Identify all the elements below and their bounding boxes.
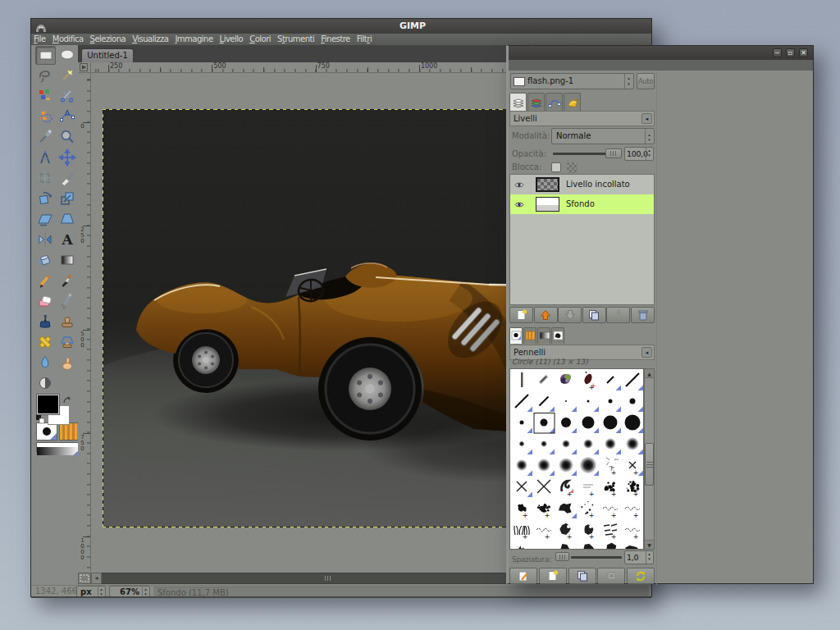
brush-cell[interactable] bbox=[511, 541, 533, 550]
tool-move[interactable] bbox=[57, 148, 78, 167]
brush-cell[interactable]: + bbox=[578, 519, 600, 541]
brush-cell[interactable] bbox=[555, 541, 578, 550]
brush-cell[interactable]: + bbox=[622, 477, 644, 498]
tool-measure[interactable] bbox=[35, 148, 56, 167]
dock-titlebar[interactable]: ─ ▫ ✕ bbox=[509, 46, 813, 60]
brush-cell[interactable]: + bbox=[511, 519, 533, 541]
tool-foreground-select[interactable] bbox=[35, 107, 56, 126]
lower-layer-button[interactable] bbox=[558, 307, 582, 323]
lower-tab-brushes[interactable] bbox=[509, 327, 523, 344]
opacity-spin-arrows[interactable]: ▴▾ bbox=[646, 148, 652, 160]
minimize-button[interactable]: ─ bbox=[773, 48, 782, 57]
brush-scroll-down[interactable]: ▼ bbox=[645, 540, 654, 549]
close-button[interactable]: ✕ bbox=[799, 48, 808, 57]
tool-ink[interactable] bbox=[35, 313, 56, 331]
brush-cell[interactable] bbox=[511, 413, 533, 434]
tool-smudge[interactable] bbox=[57, 354, 78, 372]
brush-cell[interactable] bbox=[555, 413, 578, 434]
layers-menu-button[interactable]: ◂ bbox=[641, 113, 652, 124]
spacing-slider-track[interactable] bbox=[571, 556, 622, 559]
layer-row-1[interactable]: Livello incollato bbox=[510, 175, 654, 194]
menu-seleziona[interactable]: Seleziona bbox=[90, 34, 126, 45]
spacing-slider-handle[interactable] bbox=[555, 552, 569, 561]
tool-zoom[interactable] bbox=[57, 128, 78, 147]
brush-cell[interactable] bbox=[555, 391, 578, 413]
brush-cell[interactable]: + bbox=[600, 455, 622, 477]
brush-cell[interactable]: + bbox=[600, 519, 622, 541]
quickmask-toggle[interactable] bbox=[78, 573, 91, 584]
menu-finestre[interactable]: Finestre bbox=[321, 34, 349, 45]
raise-layer-button[interactable] bbox=[534, 307, 558, 323]
active-gradient-indicator[interactable] bbox=[36, 442, 80, 452]
brush-cell[interactable]: + bbox=[600, 498, 622, 519]
lower-tab-palettes[interactable] bbox=[551, 327, 564, 344]
delete-brush-button[interactable] bbox=[597, 568, 625, 584]
lower-tab-gradients[interactable] bbox=[537, 327, 550, 344]
layer-visible-icon[interactable] bbox=[514, 201, 524, 210]
opacity-spinbox[interactable]: 100,0▴▾ bbox=[624, 147, 654, 161]
brush-cell[interactable] bbox=[533, 370, 555, 391]
vertical-ruler[interactable]: 02505007501000 bbox=[78, 73, 91, 571]
delete-layer-button[interactable] bbox=[631, 307, 655, 323]
menu-file[interactable]: File bbox=[34, 34, 46, 45]
brush-scroll-up[interactable]: ▲ bbox=[645, 369, 654, 378]
brush-cell[interactable] bbox=[533, 541, 555, 550]
brush-cell[interactable] bbox=[555, 455, 578, 477]
opacity-slider-handle[interactable] bbox=[605, 148, 622, 158]
duplicate-brush-button[interactable] bbox=[568, 568, 596, 584]
brushes-menu-button[interactable]: ◂ bbox=[641, 347, 652, 358]
menu-filtri[interactable]: Filtri bbox=[357, 34, 372, 45]
brush-cell[interactable] bbox=[622, 391, 644, 413]
tool-rect-select[interactable] bbox=[35, 46, 56, 65]
tool-ellipse-select[interactable] bbox=[57, 46, 78, 65]
tool-pencil[interactable] bbox=[35, 272, 56, 290]
horizontal-scrollbar-thumb[interactable] bbox=[102, 573, 549, 583]
brush-cell[interactable] bbox=[511, 455, 533, 477]
unit-combo-arrows[interactable]: ▴▾ bbox=[98, 587, 104, 596]
brush-cell[interactable] bbox=[622, 370, 644, 391]
new-layer-button[interactable] bbox=[509, 307, 533, 323]
brush-cell[interactable] bbox=[578, 413, 600, 434]
brush-cell[interactable] bbox=[533, 413, 555, 434]
brush-cell[interactable] bbox=[622, 413, 644, 434]
tool-align[interactable] bbox=[35, 169, 56, 188]
tool-heal[interactable] bbox=[35, 333, 56, 352]
dialog-tab-undo-history[interactable] bbox=[564, 93, 581, 111]
lock-pixels-checkbox[interactable] bbox=[551, 162, 561, 172]
brush-cell[interactable]: + bbox=[555, 519, 578, 541]
default-colors-icon[interactable] bbox=[35, 412, 45, 427]
maximize-button[interactable]: ▫ bbox=[786, 48, 795, 57]
brush-cell[interactable]: + bbox=[600, 477, 622, 498]
menu-strumenti[interactable]: Strumenti bbox=[277, 34, 314, 45]
dialog-tab-channels[interactable] bbox=[527, 93, 545, 111]
tool-scale[interactable] bbox=[57, 189, 78, 208]
tool-flip[interactable] bbox=[35, 231, 56, 249]
brush-cell[interactable] bbox=[511, 477, 533, 498]
tool-perspective-clone[interactable] bbox=[57, 333, 78, 352]
zoom-combo-arrows[interactable]: ▴▾ bbox=[142, 587, 148, 596]
brush-cell[interactable]: + bbox=[622, 519, 644, 541]
lower-tab-patterns[interactable] bbox=[523, 327, 536, 344]
tool-select-by-color[interactable] bbox=[35, 87, 56, 106]
menu-visualizza[interactable]: Visualizza bbox=[132, 34, 168, 45]
brush-cell[interactable]: + bbox=[533, 519, 555, 541]
image-selector-arrows[interactable]: ▴▾ bbox=[624, 74, 632, 89]
tool-airbrush[interactable] bbox=[57, 292, 78, 311]
mode-select[interactable]: Normale ▴▾ bbox=[551, 128, 655, 144]
tool-dodge-burn[interactable] bbox=[35, 374, 56, 393]
dialog-tab-paths[interactable] bbox=[546, 93, 563, 111]
tool-clone[interactable] bbox=[57, 313, 78, 331]
tool-text[interactable]: A bbox=[57, 231, 78, 249]
brush-cell[interactable] bbox=[622, 541, 644, 550]
brush-scrollbar-thumb[interactable] bbox=[645, 443, 654, 486]
spacing-spin-arrows[interactable]: ▴▾ bbox=[646, 551, 652, 564]
refresh-brushes-button[interactable] bbox=[627, 568, 655, 584]
brush-cell[interactable] bbox=[600, 370, 622, 391]
brush-cell[interactable] bbox=[533, 391, 555, 413]
tool-eraser[interactable] bbox=[35, 292, 56, 311]
brush-cell[interactable]: + bbox=[555, 477, 578, 498]
tool-gradient[interactable] bbox=[57, 251, 78, 270]
image-tab[interactable]: Untitled-1 bbox=[81, 48, 134, 62]
menu-immagine[interactable]: Immagine bbox=[175, 34, 212, 45]
brush-cell[interactable] bbox=[511, 434, 533, 455]
